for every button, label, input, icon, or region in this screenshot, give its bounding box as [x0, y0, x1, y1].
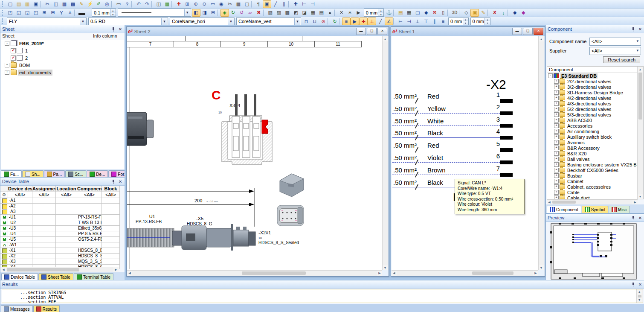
- toolbar-drag-handle[interactable]: [2, 18, 5, 24]
- component-cell[interactable]: Etikett_35x60: [77, 226, 102, 231]
- toolbar-icon[interactable]: ▢: [243, 0, 251, 8]
- toolbar-icon[interactable]: ⊟: [209, 9, 218, 17]
- toolbar-icon[interactable]: ⊣: [308, 0, 317, 8]
- tree-node-label[interactable]: FBB_2019*: [18, 41, 45, 47]
- toolbar-icon[interactable]: ⊞: [40, 9, 49, 17]
- toolbar-icon[interactable]: ◳: [32, 9, 40, 17]
- spinner[interactable]: ▲▼: [378, 9, 383, 16]
- output-tab[interactable]: Results: [33, 305, 60, 312]
- toolbar-icon[interactable]: ▤: [396, 9, 405, 17]
- table-row[interactable]: -X3 MQS_3_S_Se: [0, 259, 125, 265]
- location-cell[interactable]: [56, 204, 77, 209]
- location-cell[interactable]: [56, 220, 77, 226]
- toolbar-icon[interactable]: ?: [123, 0, 131, 8]
- tree-expander-icon[interactable]: +: [554, 85, 559, 89]
- toolbar-drag-handle[interactable]: [2, 10, 5, 16]
- toolbar-icon[interactable]: ⊘: [319, 17, 328, 25]
- toolbar-icon[interactable]: ◆: [422, 9, 430, 17]
- tree-expander-icon[interactable]: +: [554, 129, 559, 134]
- toolbar-icon[interactable]: [328, 18, 331, 25]
- toolbar-icon[interactable]: ▭: [209, 0, 217, 8]
- minimize-button[interactable]: ▬: [512, 28, 522, 35]
- assignment-cell[interactable]: [32, 248, 56, 254]
- tree-expander-icon[interactable]: +: [554, 173, 559, 178]
- wire-type-select[interactable]: 0.5-RD▼: [88, 17, 168, 26]
- table-row[interactable]: -X1 HDSCS_8_B_: [0, 248, 125, 254]
- toolbar-icon[interactable]: ✐: [94, 0, 103, 8]
- wire-row[interactable]: .50 mm² Black 4: [392, 128, 537, 141]
- toolbar-icon[interactable]: ✎: [479, 9, 487, 17]
- panel-tab[interactable]: Pa...: [44, 170, 65, 178]
- tree-node-label[interactable]: Baying enclosure system VX25 Basic enclo…: [566, 162, 644, 167]
- toolbar-icon[interactable]: ∥: [430, 17, 439, 25]
- table-row[interactable]: M -U4 PP-8.5-RS-FB: [0, 231, 125, 237]
- block-cell[interactable]: [102, 209, 120, 215]
- component-cell[interactable]: MQS_3_S_Se: [77, 259, 102, 265]
- tree-expander-icon[interactable]: +: [554, 134, 559, 139]
- tree-node-label[interactable]: 2: [24, 55, 29, 61]
- sheet-checkbox[interactable]: ✔: [11, 55, 16, 61]
- block-cell[interactable]: [102, 215, 120, 220]
- spinner[interactable]: ▲▼: [484, 18, 490, 25]
- wire-row[interactable]: .50 mm² Brown 7: [392, 166, 537, 178]
- component-cell[interactable]: [77, 242, 102, 248]
- location-cell[interactable]: [56, 248, 77, 254]
- database-tab[interactable]: Symbol: [582, 206, 608, 213]
- toolbar-icon[interactable]: ◰: [6, 9, 15, 17]
- line-style-select[interactable]: ▼: [118, 9, 191, 17]
- block-cell[interactable]: [102, 259, 120, 265]
- tree-node-label[interactable]: Ball valves: [566, 157, 591, 162]
- sheet-tree-item[interactable]: + ✔ BOM: [1, 61, 124, 69]
- assignment-cell[interactable]: [32, 254, 56, 259]
- component-list-header[interactable]: Component: [547, 67, 643, 73]
- tree-expander-icon[interactable]: +: [5, 63, 9, 67]
- assignment-cell[interactable]: [32, 237, 56, 242]
- tree-node-label[interactable]: BOM: [18, 62, 31, 68]
- tree-expander-icon[interactable]: +: [554, 184, 559, 189]
- connector-x2-label[interactable]: -X2: [486, 77, 506, 92]
- location-cell[interactable]: [56, 209, 77, 215]
- toolbar-icon[interactable]: [131, 1, 134, 8]
- results-output[interactable]: ...section STRINGS...section ATTVAL...se…: [2, 289, 643, 303]
- block-cell[interactable]: [102, 237, 120, 242]
- toolbar-icon[interactable]: ↻: [331, 17, 339, 25]
- table-row[interactable]: M -U5 OS75-2.4-FB: [0, 237, 125, 242]
- device-designation-cell[interactable]: -X3: [8, 259, 32, 265]
- block-cell[interactable]: [102, 204, 120, 209]
- table-row[interactable]: ∩ -W1: [0, 242, 125, 248]
- toolbar-icon[interactable]: ╱: [376, 17, 385, 25]
- toolbar-icon[interactable]: ▣: [470, 9, 479, 17]
- info-column-header[interactable]: Info column: [91, 33, 125, 40]
- tree-expander-icon[interactable]: +: [554, 96, 559, 100]
- pin-icon[interactable]: [111, 27, 115, 32]
- location-cell[interactable]: [56, 242, 77, 248]
- wire-row[interactable]: .50 mm² Red 1: [392, 92, 537, 104]
- toolbar-icon[interactable]: ◎: [103, 0, 111, 8]
- sheet-tree-item[interactable]: - ✔ FBB_2019*: [1, 40, 124, 47]
- toolbar-icon[interactable]: ⊟: [49, 9, 57, 17]
- x5-name-label[interactable]: -X5: [196, 216, 203, 221]
- table-row[interactable]: -X2 HDSCS_8_S_: [0, 254, 125, 259]
- wire-row[interactable]: .50 mm² Red 5: [392, 141, 537, 153]
- location-cell[interactable]: [56, 198, 77, 204]
- table-row[interactable]: -A3: [0, 209, 125, 215]
- tree-expander-icon[interactable]: +: [554, 179, 559, 184]
- tree-expander-icon[interactable]: +: [5, 70, 9, 75]
- tree-node-label[interactable]: 3D-Harness Design Bridge: [566, 90, 624, 95]
- toolbar-icon[interactable]: ◲: [23, 9, 32, 17]
- tree-expander-icon[interactable]: +: [554, 107, 559, 111]
- tree-expander-icon[interactable]: +: [554, 195, 559, 199]
- device-designation-cell[interactable]: -U5: [8, 237, 32, 242]
- fly-mode-select[interactable]: FLY▼: [7, 17, 87, 26]
- x3-name-label[interactable]: -X3#4: [228, 103, 240, 108]
- close-icon[interactable]: ✕: [118, 27, 123, 32]
- filter-cell[interactable]: <All>: [77, 192, 102, 198]
- toolbar-icon[interactable]: ◆: [511, 9, 519, 17]
- grid-x-input[interactable]: 0 mm▲▼: [448, 17, 469, 26]
- pin-icon[interactable]: [111, 179, 115, 184]
- toolbar-icon[interactable]: ↶: [134, 0, 143, 8]
- block-cell[interactable]: [102, 248, 120, 254]
- component-cell[interactable]: PP-8.5-RS-FB: [77, 231, 102, 237]
- pin-icon[interactable]: [631, 27, 635, 32]
- close-button[interactable]: ✕: [534, 28, 543, 35]
